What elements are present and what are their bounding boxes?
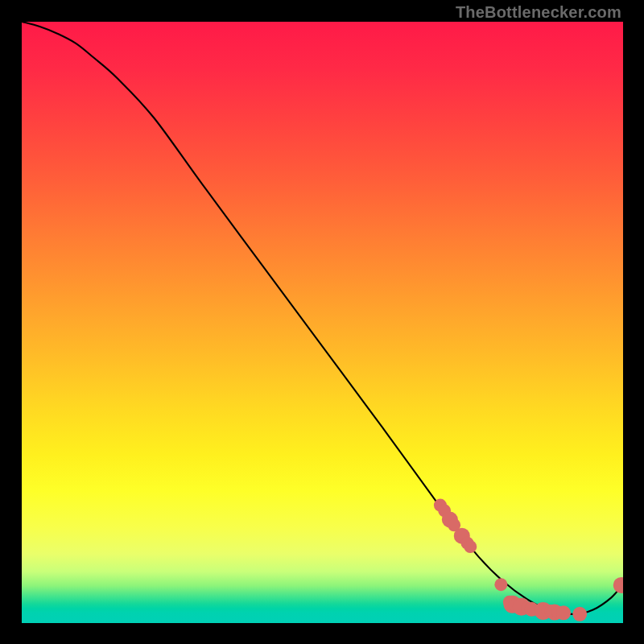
bottleneck-curve: [22, 22, 623, 614]
curve-marker: [494, 578, 507, 591]
chart-stage: TheBottlenecker.com: [0, 0, 644, 644]
curve-marker: [464, 540, 477, 553]
curve-marker: [556, 605, 571, 620]
curve-marker: [613, 577, 623, 593]
marker-layer: [434, 499, 623, 621]
curve-marker: [572, 607, 587, 621]
curve-overlay: [22, 22, 623, 623]
attribution-label: TheBottlenecker.com: [456, 3, 621, 22]
